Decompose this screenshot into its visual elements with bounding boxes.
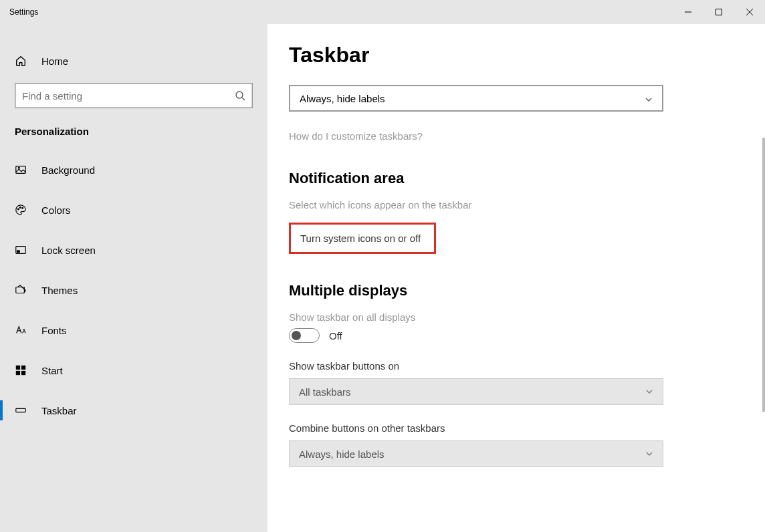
- select-value: Always, hide labels: [300, 93, 385, 104]
- svg-rect-6: [16, 166, 25, 174]
- themes-icon: [15, 284, 27, 296]
- show-buttons-on-label: Show taskbar buttons on: [289, 360, 765, 372]
- search-input-wrap[interactable]: [15, 83, 253, 108]
- search-icon: [235, 90, 245, 101]
- sidebar-item-label: Fonts: [41, 325, 67, 336]
- sidebar-item-fonts[interactable]: Fonts: [0, 313, 267, 347]
- sidebar-item-background[interactable]: Background: [0, 153, 267, 186]
- svg-rect-1: [716, 9, 722, 15]
- start-icon: [15, 364, 27, 376]
- page-title: Taskbar: [289, 43, 765, 68]
- svg-rect-18: [16, 408, 25, 412]
- notification-heading: Notification area: [289, 170, 765, 187]
- minimize-button[interactable]: [673, 0, 703, 24]
- chevron-down-icon: [645, 94, 653, 102]
- select-icons-link[interactable]: Select which icons appear on the taskbar: [289, 199, 765, 211]
- lockscreen-icon: [15, 244, 27, 256]
- sidebar-item-lockscreen[interactable]: Lock screen: [0, 233, 267, 267]
- svg-point-9: [19, 207, 21, 209]
- chevron-down-icon: [645, 386, 653, 398]
- svg-point-7: [18, 167, 19, 168]
- window-title: Settings: [0, 7, 38, 17]
- svg-rect-15: [21, 366, 25, 370]
- help-link[interactable]: How do I customize taskbars?: [289, 130, 765, 142]
- show-buttons-on-select[interactable]: All taskbars: [289, 378, 663, 405]
- combine-other-label: Combine buttons on other taskbars: [289, 422, 765, 434]
- close-button[interactable]: [734, 0, 765, 24]
- search-input[interactable]: [22, 90, 235, 102]
- scrollbar[interactable]: [762, 24, 765, 532]
- svg-point-10: [22, 207, 23, 209]
- select-value: All taskbars: [299, 386, 351, 398]
- show-taskbar-all-toggle[interactable]: [289, 328, 320, 343]
- sidebar-item-themes[interactable]: Themes: [0, 273, 267, 307]
- svg-point-8: [18, 209, 19, 210]
- sidebar-item-label: Colors: [41, 205, 70, 216]
- scrollbar-thumb[interactable]: [762, 138, 765, 412]
- sidebar-item-colors[interactable]: Colors: [0, 193, 267, 227]
- sidebar-item-label: Lock screen: [41, 245, 96, 256]
- palette-icon: [15, 204, 27, 216]
- sidebar-item-label: Themes: [41, 285, 78, 296]
- home-icon: [15, 55, 27, 67]
- svg-rect-17: [21, 371, 25, 375]
- content-pane: Taskbar Always, hide labels How do I cus…: [267, 24, 765, 532]
- select-value: Always, hide labels: [299, 448, 385, 460]
- svg-rect-16: [16, 371, 20, 375]
- sidebar-item-label: Start: [41, 365, 63, 376]
- sidebar-item-label: Taskbar: [41, 405, 77, 416]
- sidebar-item-label: Background: [41, 164, 95, 176]
- home-label: Home: [41, 55, 68, 67]
- svg-rect-12: [17, 251, 20, 253]
- system-icons-link-highlighted[interactable]: Turn system icons on or off: [289, 223, 436, 254]
- sidebar-item-taskbar[interactable]: Taskbar: [0, 394, 267, 427]
- sidebar-item-start[interactable]: Start: [0, 354, 267, 387]
- combine-buttons-select-top[interactable]: Always, hide labels: [289, 85, 663, 112]
- svg-rect-14: [16, 366, 20, 370]
- maximize-button[interactable]: [703, 0, 734, 24]
- combine-other-select[interactable]: Always, hide labels: [289, 440, 663, 467]
- sidebar: Home Personalization Background: [0, 24, 267, 532]
- taskbar-icon: [15, 404, 27, 416]
- multiple-displays-heading: Multiple displays: [289, 282, 765, 299]
- home-nav[interactable]: Home: [0, 44, 267, 78]
- svg-line-5: [242, 98, 245, 100]
- fonts-icon: [15, 324, 27, 336]
- chevron-down-icon: [645, 448, 653, 460]
- svg-point-4: [236, 92, 243, 98]
- picture-icon: [15, 164, 27, 176]
- toggle-state-label: Off: [329, 330, 342, 342]
- show-taskbar-all-label: Show taskbar on all displays: [289, 311, 765, 323]
- titlebar: Settings: [0, 0, 765, 24]
- category-label: Personalization: [0, 126, 267, 137]
